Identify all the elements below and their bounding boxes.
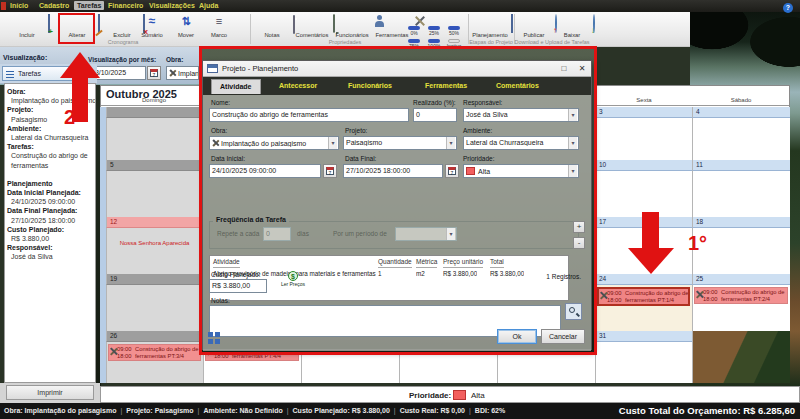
- progress-25-button[interactable]: 25%: [424, 26, 444, 36]
- day-cell-header[interactable]: 11: [692, 160, 790, 171]
- day-cell[interactable]: [106, 285, 203, 331]
- task-tools-icon: [110, 346, 117, 356]
- day-cell[interactable]: [595, 118, 692, 160]
- sidebar-header: Visualização:: [3, 54, 47, 61]
- funcionarios-button[interactable]: Funcionários: [330, 13, 374, 41]
- holiday-name: Nossa Senhora Aparecida: [106, 240, 203, 246]
- menu-bar: Início Cadastro Tarefas Financeiro Visua…: [0, 0, 800, 12]
- highlight-alterar-box: [58, 13, 95, 44]
- obra-filter-dropdown[interactable]: Implanta: [166, 66, 199, 80]
- summary-responsavel-value: José da Silva: [7, 252, 95, 261]
- day-cell-header[interactable]: 3: [595, 107, 692, 118]
- task-event-oct24-selected[interactable]: 09:0018:00 Construção do abrigo deferram…: [597, 287, 690, 306]
- grid-line: [692, 331, 693, 383]
- summary-planejamento-header: Planejamento: [7, 179, 95, 188]
- status-bdi: BDI: 62%: [475, 407, 505, 414]
- ribbon-toolbar: + Incluir Alterar x Excluir ≈ Sumário ⇅ …: [0, 12, 690, 47]
- status-custo-real: Custo Real: R$ 0,00: [400, 407, 465, 414]
- day-cell-header[interactable]: 10: [595, 160, 692, 171]
- status-ambiente: Ambiente: Não Definido: [203, 407, 282, 414]
- day-cell-header[interactable]: 24: [595, 274, 692, 285]
- summary-tarefas-label: Tarefas:: [7, 142, 95, 151]
- status-segments: Obra: Implantação do paisagismo|Projeto:…: [4, 407, 505, 414]
- menu-visualizacoes[interactable]: Visualizações: [146, 1, 198, 10]
- priority-value: Alta: [471, 391, 485, 400]
- incluir-button[interactable]: + Incluir: [5, 13, 49, 41]
- day-cell[interactable]: [692, 171, 790, 217]
- highlight-dialog-box: [199, 46, 597, 355]
- milestone-list-icon: ≡: [216, 15, 222, 27]
- summary-data-final-label: Data Final Planejada:: [7, 206, 95, 215]
- day-cell-header[interactable]: 31: [595, 331, 692, 342]
- move-arrows-icon: ⇅: [181, 15, 190, 27]
- step2-label: 2°: [64, 106, 83, 129]
- task-event-oct26[interactable]: 09:0018:00 Construção do abrigo deferram…: [108, 344, 201, 361]
- progress-50-button[interactable]: 50%: [444, 26, 464, 36]
- comentarios-button[interactable]: Comentários: [290, 13, 334, 41]
- priority-color-swatch: [453, 390, 466, 400]
- status-obra: Obra: Implantação do paisagismo: [4, 407, 116, 414]
- day-cell[interactable]: [595, 342, 692, 383]
- globe-download-icon: ↓: [593, 14, 595, 33]
- step1-arrow-head: [628, 248, 674, 274]
- status-total-orcamento: Custo Total do Orçamento: R$ 6.285,60: [619, 405, 795, 416]
- day-cell-header[interactable]: 25: [692, 274, 790, 285]
- task-event-oct25[interactable]: 09:0018:00 Construção do abrigo deferram…: [694, 287, 788, 304]
- calendar-icon: 7: [150, 69, 158, 77]
- holiday-cell-header[interactable]: 12: [106, 217, 203, 228]
- menu-inicio[interactable]: Início: [7, 1, 31, 10]
- group-label-propriedades: Propriedades: [329, 39, 362, 45]
- priority-label: Prioridade:: [409, 391, 451, 400]
- step1-label: 1°: [688, 232, 707, 255]
- group-label-etapas: Etapas do Projeto: [469, 39, 513, 45]
- imprimir-button[interactable]: Imprimir: [6, 385, 94, 400]
- weekday-domingo: Domingo: [142, 97, 166, 103]
- day-cell[interactable]: [106, 228, 203, 274]
- menu-cadastro[interactable]: Cadastro: [36, 1, 72, 10]
- summary-custo-label: Custo Planejado:: [7, 225, 95, 234]
- summary-data-inicial-value: 24/10/2025 09:00:00: [7, 197, 95, 206]
- day-cell[interactable]: [595, 171, 692, 217]
- planejamento-button[interactable]: Planejamento: [468, 13, 512, 41]
- summary-responsavel-label: Responsável:: [7, 243, 95, 252]
- summary-data-final-value: 27/10/2025 18:00:00: [7, 216, 95, 225]
- progress-0-button[interactable]: 0%: [404, 26, 424, 36]
- day-cell-header[interactable]: [106, 107, 203, 118]
- tools-icon: [169, 69, 176, 77]
- group-label-download: Download e Upload de Tarefas: [514, 39, 589, 45]
- task-tools-icon: [696, 289, 703, 299]
- obra-filter-label: Obra:: [166, 56, 183, 63]
- baixar-button[interactable]: ↓ Baixar: [550, 13, 594, 41]
- notas-button[interactable]: Notas: [250, 13, 294, 41]
- summary-tarefas-value: Construção do abrigo de: [7, 151, 95, 160]
- step1-arrow-shaft: [642, 212, 659, 249]
- date-picker-button[interactable]: 7: [147, 66, 161, 80]
- task-list-icon: [6, 70, 14, 78]
- step2-arrow-head: [60, 52, 100, 78]
- app-window: Início Cadastro Tarefas Financeiro Visua…: [0, 0, 800, 419]
- marco-button[interactable]: ≡ Marco: [197, 13, 241, 41]
- background-photo-corner: [692, 331, 790, 383]
- task-tools-icon: [600, 290, 607, 300]
- menu-ajuda[interactable]: Ajuda: [196, 1, 221, 10]
- day-cell[interactable]: [106, 171, 203, 217]
- summary-custo-value: R$ 3.880,00: [7, 234, 95, 243]
- day-cell[interactable]: [106, 118, 203, 160]
- menu-tarefas[interactable]: Tarefas: [74, 1, 104, 10]
- help-button[interactable]: ?: [783, 3, 793, 13]
- menu-financeiro[interactable]: Financeiro: [105, 1, 146, 10]
- weekday-sexta: Sexta: [636, 97, 651, 103]
- status-bar: Obra: Implantação do paisagismo|Projeto:…: [0, 403, 800, 419]
- app-logo: [1, 2, 6, 10]
- day-cell-header[interactable]: 19: [106, 274, 203, 285]
- day-cell-header[interactable]: 26: [106, 331, 203, 342]
- summary-wave-icon: ≈: [149, 15, 156, 27]
- summary-ambiente-value: Lateral da Churrasqueira: [7, 133, 95, 142]
- weekday-sabado: Sábado: [731, 97, 752, 103]
- print-area: Imprimir: [0, 383, 100, 403]
- day-cell[interactable]: [692, 118, 790, 160]
- day-cell-header[interactable]: 18: [692, 217, 790, 228]
- add-record-icon: +: [48, 14, 50, 33]
- day-cell-header[interactable]: 4: [692, 107, 790, 118]
- day-cell-header[interactable]: 5: [106, 160, 203, 171]
